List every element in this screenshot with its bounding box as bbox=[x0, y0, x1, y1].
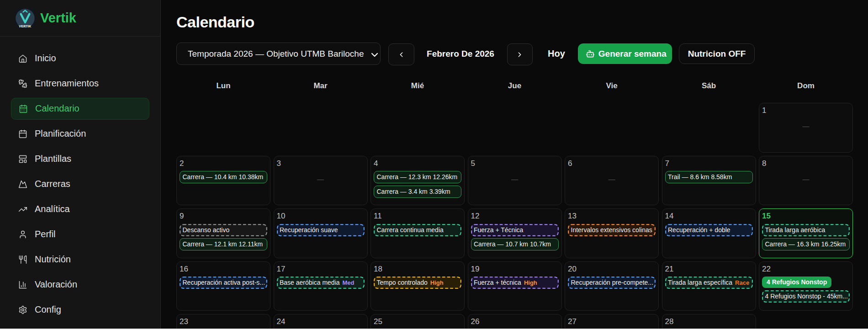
svg-text:VERTIK: VERTIK bbox=[19, 24, 31, 27]
